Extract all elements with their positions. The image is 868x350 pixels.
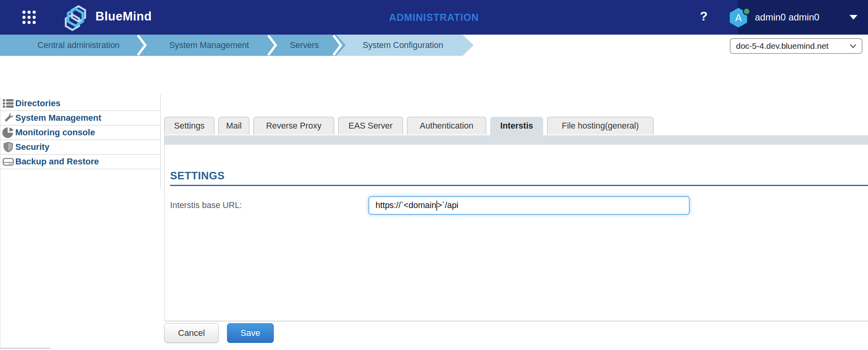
tab-authentication[interactable]: Authentication	[407, 117, 486, 134]
content-bottom-border	[164, 321, 868, 322]
content-left-border	[164, 135, 165, 321]
tab-file-hosting-general[interactable]: File hosting(general)	[547, 117, 654, 134]
user-name[interactable]: admin0 admin0	[755, 12, 841, 23]
breadcrumb-item-system-management[interactable]: System Management	[151, 35, 267, 56]
directories-list-icon	[2, 98, 14, 109]
section-title: SETTINGS	[170, 170, 225, 182]
section-title-rule	[170, 185, 868, 186]
brand-name: BlueMind	[95, 9, 152, 24]
sidebar-item-label: Security	[15, 142, 49, 152]
sidebar-item-system-management[interactable]: System Management	[0, 111, 161, 125]
tab-eas-server[interactable]: EAS Server	[338, 117, 403, 134]
help-icon[interactable]: ?	[700, 9, 708, 24]
sidebar-item-label: Backup and Restore	[15, 157, 99, 167]
interstis-base-url-input[interactable]: https://`<domain >`/api	[368, 196, 690, 215]
app-launcher-icon[interactable]	[22, 11, 37, 25]
sidebar: Directories System Management Monitoring…	[0, 96, 161, 349]
top-bar: BlueMind ADMINISTRATION ? A admin0 admin…	[0, 0, 868, 35]
administration-page: BlueMind ADMINISTRATION ? A admin0 admin…	[0, 0, 868, 350]
sidebar-item-monitoring-console[interactable]: Monitoring console	[0, 125, 161, 140]
shield-icon	[2, 141, 14, 153]
hard-drive-icon	[2, 156, 14, 168]
breadcrumb-item-servers[interactable]: Servers	[275, 35, 334, 56]
sidebar-item-label: System Management	[15, 113, 101, 123]
breadcrumb: Central administration System Management…	[0, 35, 868, 56]
save-button[interactable]: Save	[227, 323, 274, 343]
presence-status-icon	[743, 7, 751, 15]
input-value-before-caret: https://`<domain	[375, 201, 436, 210]
bluemind-logo-icon	[61, 4, 91, 31]
tab-reverse-proxy[interactable]: Reverse Proxy	[253, 117, 334, 134]
tab-settings[interactable]: Settings	[164, 117, 214, 134]
input-value-after-caret: >`/api	[437, 201, 458, 210]
user-menu-caret-icon[interactable]	[850, 15, 857, 20]
tab-content-header-band	[164, 135, 868, 145]
sidebar-right-border	[160, 94, 161, 188]
breadcrumb-item-system-configuration[interactable]: System Configuration	[346, 35, 460, 56]
sidebar-bottom-border	[0, 348, 51, 349]
sidebar-item-directories[interactable]: Directories	[0, 96, 161, 111]
tab-bar: Settings Mail Reverse Proxy EAS Server A…	[164, 117, 654, 135]
sidebar-item-security[interactable]: Security	[0, 140, 161, 155]
wrench-icon	[2, 112, 14, 124]
cancel-button[interactable]: Cancel	[164, 323, 219, 343]
interstis-base-url-label: Interstis base URL:	[170, 201, 242, 210]
tab-mail[interactable]: Mail	[218, 117, 249, 134]
tab-interstis[interactable]: Interstis	[490, 117, 543, 135]
server-selector-dropdown[interactable]: doc-5-4.dev.bluemind.net	[730, 38, 863, 54]
pie-chart-icon	[2, 127, 14, 138]
sidebar-item-label: Directories	[15, 98, 60, 109]
chevron-down-icon	[849, 43, 857, 49]
server-selector-value: doc-5-4.dev.bluemind.net	[736, 41, 828, 51]
sidebar-item-backup-and-restore[interactable]: Backup and Restore	[0, 155, 161, 169]
sidebar-item-label: Monitoring console	[15, 127, 95, 138]
breadcrumb-item-central-administration[interactable]: Central administration	[16, 35, 141, 56]
